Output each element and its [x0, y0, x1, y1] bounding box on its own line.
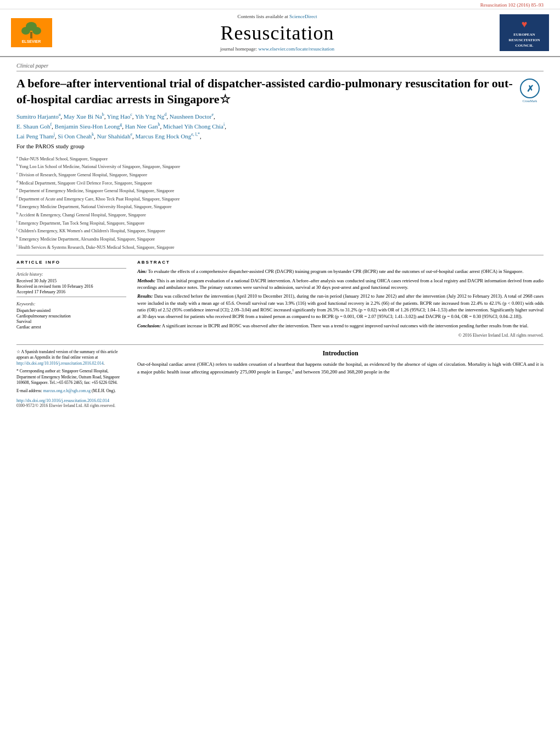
affil-b: b Yong Loo Lin School of Medicine, Natio…	[16, 163, 544, 170]
email-link[interactable]: marcus.ong.e.h@sgh.com.sg	[43, 388, 91, 393]
affil-j: j Children's Emergency, KK Women's and C…	[16, 227, 544, 235]
corresponding-footnote: * Corresponding author at: Singapore Gen…	[16, 369, 126, 386]
article-history-label: Article history:	[16, 272, 126, 277]
sciencedirect-label: Contents lists available at ScienceDirec…	[60, 14, 494, 19]
introduction-column: Introduction Out-of-hospital cardiac arr…	[137, 349, 544, 409]
affil-e: e Department of Emergency Medicine, Sing…	[16, 187, 544, 194]
author-harjanto[interactable]: Sumitro Harjanto	[16, 113, 59, 120]
journal-header: ELSEVIER Contents lists available at Sci…	[0, 9, 560, 57]
results-label: Results:	[137, 293, 153, 299]
keywords-divider	[16, 297, 126, 297]
author-ong[interactable]: Marcus Eng Hock Ong	[135, 133, 191, 140]
author-na[interactable]: May Xue Bi Na	[64, 113, 102, 120]
article-title: A before–after interventional trial of d…	[16, 76, 516, 107]
author-shahidah[interactable]: Nur Shahidah	[97, 133, 131, 140]
journal-title: Resuscitation	[60, 21, 494, 44]
erc-logo: ♥ EUROPEAN RESUSCITATION COUNCIL	[500, 14, 549, 51]
star-footnote-link[interactable]: http://dx.doi.org/10.1016/j.resuscitatio…	[16, 361, 103, 366]
svg-rect-4	[30, 32, 32, 38]
introduction-heading: Introduction	[137, 349, 544, 358]
affil-f: f Department of Acute and Emergency Care…	[16, 195, 544, 203]
svg-text:ELSEVIER: ELSEVIER	[22, 40, 41, 43]
article-info-heading: ARTICLE INFO	[16, 260, 126, 265]
keyword-2: Cardiopulmonary resuscitation	[16, 314, 126, 319]
abstract-text: Aim: To evaluate the effects of a compre…	[137, 268, 544, 338]
affil-l: l Health Services & Systems Research, Du…	[16, 243, 544, 251]
author-tham[interactable]: Lai Peng Tham	[16, 133, 54, 140]
author-gan[interactable]: Han Nee Gan	[125, 123, 158, 130]
article-info-divider	[16, 268, 126, 269]
crossmark-label: CrossMark	[516, 99, 544, 103]
copyright-line: © 2016 Elsevier Ireland Ltd. All rights …	[137, 332, 544, 339]
affil-k: k Emergency Medicine Department, Alexand…	[16, 235, 544, 243]
affil-c: c Division of Research, Singapore Genera…	[16, 171, 544, 178]
abstract-aim: Aim: To evaluate the effects of a compre…	[137, 268, 544, 275]
star-footnote: ☆ A Spanish translated version of the su…	[16, 349, 126, 367]
conclusion-label: Conclusion:	[137, 323, 161, 328]
main-content: Clinical paper A before–after interventi…	[0, 57, 560, 414]
authors-section: Sumitro Harjantoa, May Xue Bi Nab, Ying …	[16, 111, 544, 151]
author-ng[interactable]: Yih Yng Ng	[135, 113, 164, 120]
article-info-abstract-section: ARTICLE INFO Article history: Received 3…	[16, 260, 544, 338]
section-divider	[16, 255, 544, 255]
email-footnote: E-mail address: marcus.ong.e.h@sgh.com.s…	[16, 388, 126, 394]
abstract-column: ABSTRACT Aim: To evaluate the effects of…	[137, 260, 544, 338]
journal-reference-bar: Resuscitation 102 (2016) 85–93	[0, 0, 560, 9]
article-title-section: A before–after interventional trial of d…	[16, 76, 544, 107]
issn-text: 0300-9572/© 2016 Elsevier Ireland Ltd. A…	[16, 403, 126, 408]
keyword-1: Dispatcher-assisted	[16, 308, 126, 313]
author-doctor[interactable]: Nausheen Doctor	[170, 113, 212, 120]
abstract-heading: ABSTRACT	[137, 260, 544, 265]
author-leong[interactable]: Benjamin Sieu-Hon Leong	[55, 123, 120, 130]
affil-i: i Emergency Department, Tan Tock Seng Ho…	[16, 219, 544, 227]
erc-line2: RESUSCITATION	[503, 38, 546, 43]
sciencedirect-link[interactable]: ScienceDirect	[289, 14, 317, 19]
received-date: Received 30 July 2015	[16, 278, 126, 283]
erc-heart-icon: ♥	[503, 18, 546, 31]
author-goh[interactable]: E. Shaun Goh	[16, 123, 50, 130]
elsevier-logo: ELSEVIER	[11, 18, 55, 47]
affil-a: a Duke-NUS Medical School, Singapore, Si…	[16, 155, 544, 163]
page-wrapper: Resuscitation 102 (2016) 85–93 ELSEVIER …	[0, 0, 560, 414]
journal-homepage-link[interactable]: www.elsevier.com/locate/resuscitation	[259, 46, 334, 52]
journal-reference: Resuscitation 102 (2016) 85–93	[480, 2, 544, 8]
aim-label: Aim:	[137, 269, 147, 274]
erc-box: ♥ EUROPEAN RESUSCITATION COUNCIL	[500, 14, 549, 51]
abstract-methods: Methods: This is an initial program eval…	[137, 277, 544, 291]
affiliations-section: a Duke-NUS Medical School, Singapore, Si…	[16, 155, 544, 251]
affil-d: d Medical Department, Singapore Civil De…	[16, 179, 544, 187]
doi-link[interactable]: http://dx.doi.org/10.1016/j.resuscitatio…	[16, 398, 126, 403]
author-hao[interactable]: Ying Hao	[107, 113, 130, 120]
elsevier-logo-box: ELSEVIER	[11, 18, 52, 47]
svg-point-2	[21, 27, 30, 35]
crossmark-icon: ✗	[520, 79, 540, 98]
article-info-column: ARTICLE INFO Article history: Received 3…	[16, 260, 126, 338]
elsevier-tree-icon: ELSEVIER	[14, 20, 49, 44]
crossmark-badge: ✗ CrossMark	[516, 79, 544, 103]
affil-h: h Accident & Emergency, Changi General H…	[16, 211, 544, 219]
keyword-4: Cardiac arrest	[16, 325, 126, 330]
abstract-conclusion: Conclusion: A significant increase in BC…	[137, 322, 544, 329]
keyword-3: Survival	[16, 319, 126, 324]
journal-homepage: journal homepage: www.elsevier.com/locat…	[60, 46, 494, 52]
received-revised-date: Received in revised form 10 February 201…	[16, 284, 126, 289]
erc-line3: COUNCIL	[503, 43, 546, 49]
header-center: Contents lists available at ScienceDirec…	[60, 14, 494, 52]
methods-label: Methods:	[137, 278, 155, 283]
author-cheah[interactable]: Si Oon Cheah	[58, 133, 92, 140]
authors-text: Sumitro Harjantoa, May Xue Bi Nab, Ying …	[16, 113, 226, 149]
footnotes-column: ☆ A Spanish translated version of the su…	[16, 349, 126, 409]
introduction-body: Out-of-hospital cardiac arrest (OHCA) re…	[137, 361, 544, 376]
bottom-section: ☆ A Spanish translated version of the su…	[16, 344, 544, 409]
accepted-date: Accepted 17 February 2016	[16, 289, 126, 294]
erc-line1: EUROPEAN	[503, 32, 546, 38]
keywords-label: Keywords:	[16, 302, 126, 306]
affil-g: g Emergency Medicine Department, Nationa…	[16, 203, 544, 210]
paper-type-label: Clinical paper	[16, 63, 544, 71]
abstract-results: Results: Data was collected before the i…	[137, 293, 544, 320]
author-chia[interactable]: Michael Yih Chong Chia	[163, 123, 223, 130]
svg-point-3	[32, 27, 41, 35]
